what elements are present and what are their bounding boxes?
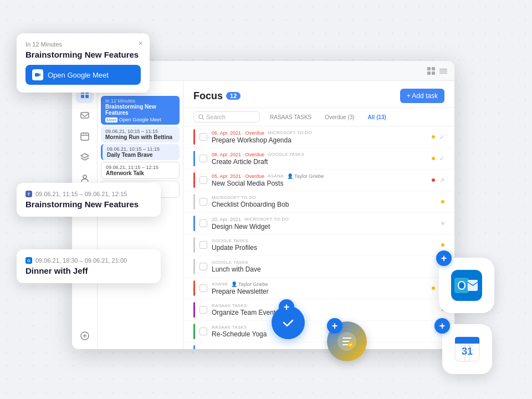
- cal-event-time-4: 09.06.21, 11:15 – 12:15: [106, 165, 175, 170]
- task-checkbox[interactable]: [200, 284, 207, 292]
- cal-event-time-2: 09.06.21, 10:15 – 11:15: [105, 129, 175, 134]
- search-box[interactable]: Search: [193, 111, 260, 122]
- filter-rasaas[interactable]: RASAAS TASKS: [267, 113, 315, 121]
- cal-event-morning-run[interactable]: 09.06.21, 10:15 – 11:15 Morning Run with…: [101, 126, 180, 142]
- task-priority: [432, 157, 435, 160]
- open-meet-button[interactable]: Open Google Meet: [25, 65, 141, 85]
- notification-popup: × In 12 Minutes Brainstorming New Featur…: [17, 33, 150, 93]
- filter-bar: Search RASAAS TASKS Overdue (3) All (13): [183, 108, 454, 126]
- task-row[interactable]: 06. Apr. 2021 · Overdue MICROSOFT TO-DO …: [183, 126, 454, 148]
- gcalendar-integration-icon[interactable]: 31: [442, 324, 492, 374]
- svg-rect-0: [427, 67, 431, 70]
- task-meta: MICROSOFT TO-DO: [212, 195, 437, 200]
- outlook-integration-icon[interactable]: [439, 258, 494, 313]
- cal-event-daily-team[interactable]: 09.06.21, 10:15 – 11:15 Daily Team Brave: [101, 144, 180, 160]
- svg-point-26: [459, 282, 464, 289]
- task-name: Organize Team Event: [212, 309, 437, 316]
- plus-outlook-badge[interactable]: +: [436, 250, 452, 266]
- task-color-bar: [193, 151, 195, 166]
- svg-rect-3: [432, 71, 435, 75]
- task-color-bar: [193, 324, 195, 339]
- plus-tasklist-badge[interactable]: +: [327, 318, 342, 334]
- task-action-icon: ✓: [439, 134, 444, 141]
- cal-event-time-1: In 12 Minutes: [105, 98, 175, 104]
- task-row[interactable]: RASAAS TASKS Re-Schedule Yoga: [183, 321, 454, 342]
- cal-event-title-4: Afterwork Talk: [106, 170, 175, 176]
- task-row[interactable]: GOOGLE TASKS Lunch with Dave: [183, 256, 454, 278]
- svg-rect-9: [81, 95, 84, 98]
- task-name: Update Profiles: [212, 244, 437, 252]
- filter-overdue[interactable]: Overdue (3): [321, 113, 357, 121]
- task-checkbox[interactable]: [200, 133, 207, 141]
- cal-event-title-1: Brainstorming New Features: [105, 104, 175, 116]
- close-icon[interactable]: ×: [139, 39, 143, 48]
- task-row[interactable]: ASANA 👤 Taylor Griebe Prepare Newsletter…: [183, 278, 454, 299]
- event-card-brainstorming[interactable]: T 09.06.21, 11:15 – 09.06.21, 12:15 Brai…: [17, 183, 161, 217]
- svg-rect-6: [439, 73, 447, 74]
- task-checkbox[interactable]: [200, 241, 207, 249]
- task-meta: GOOGLE TASKS: [212, 238, 437, 243]
- task-priority: [432, 287, 435, 290]
- task-name: Prepare Newsletter: [212, 288, 427, 295]
- task-row[interactable]: MICROSOFT TO-DO Checklist Onboarding Bob: [183, 191, 454, 213]
- filter-all[interactable]: All (13): [365, 113, 390, 121]
- task-info: MICROSOFT TO-DO Checklist Onboarding Bob: [212, 195, 437, 208]
- cal-event-brainstorming[interactable]: In 12 Minutes Brainstorming New Features…: [101, 96, 180, 125]
- task-name: Design New Widget: [212, 223, 437, 231]
- task-meta: 05. Apr. 2021 · Overdue ASANA 👤 Taylor G…: [212, 173, 427, 179]
- task-color-bar: [193, 216, 195, 231]
- task-meta: ASANA 👤 Taylor Griebe: [212, 282, 427, 287]
- task-checkbox[interactable]: [200, 306, 207, 314]
- event-card-title-1: Brainstorming New Features: [25, 200, 152, 209]
- task-row[interactable]: 20. Apr. 2021 MICROSOFT TO-DO Design New…: [183, 213, 454, 234]
- task-checkbox[interactable]: [200, 328, 207, 335]
- sidebar-item-calendar[interactable]: [76, 127, 94, 145]
- menu-icon[interactable]: [439, 66, 448, 75]
- task-info: RASAAS TASKS Organize Team Event: [212, 303, 437, 316]
- svg-rect-1: [432, 67, 435, 70]
- task-checkbox[interactable]: [200, 263, 207, 270]
- sidebar-item-layers[interactable]: [76, 149, 94, 166]
- svg-rect-4: [439, 69, 447, 70]
- task-row[interactable]: 05. Apr. 2021 · Overdue ASANA 👤 Taylor G…: [183, 170, 454, 191]
- cal-event-afterwork[interactable]: 09.06.21, 11:15 – 12:15 Afterwork Talk: [101, 162, 180, 179]
- task-meta: 20. Apr. 2021 MICROSOFT TO-DO: [212, 217, 437, 222]
- cal-event-title-3: Daily Team Brave: [107, 152, 175, 158]
- task-row[interactable]: RASAAS TASKS Organize Team Event: [183, 299, 454, 321]
- task-checkbox[interactable]: [200, 198, 207, 206]
- task-name: Lunch with Dave: [212, 265, 437, 273]
- task-info: 20. Apr. 2021 MICROSOFT TO-DO Design New…: [212, 217, 437, 231]
- task-meta: GOOGLE TASKS: [212, 260, 437, 265]
- task-meta: 06. Apr. 2021 · Overdue GOOGLE TASKS: [212, 152, 427, 157]
- task-checkbox[interactable]: [200, 219, 207, 227]
- task-checkbox[interactable]: [200, 176, 207, 184]
- task-meta: 06. Apr. 2021 · Overdue MICROSOFT TO-DO: [212, 130, 427, 136]
- event-card-dinner[interactable]: O 09.06.21, 18:30 – 09.06.21, 21:00 Dinn…: [17, 249, 161, 283]
- task-color-bar: [193, 302, 195, 318]
- grid-icon[interactable]: [427, 66, 436, 75]
- task-row[interactable]: GOOGLE TASKS Update Profiles: [183, 234, 454, 256]
- task-row[interactable]: 06. Apr. 2021 · Overdue GOOGLE TASKS Cre…: [183, 148, 454, 170]
- task-action-icon: ↗: [439, 177, 444, 184]
- notification-time: In 12 Minutes: [25, 41, 141, 48]
- task-info: GOOGLE TASKS Update Profiles: [212, 238, 437, 252]
- task-name: Re-Schedule Yoga: [212, 330, 437, 338]
- task-name: Prepare Workshop Agenda: [212, 136, 427, 144]
- sidebar-item-add[interactable]: [76, 327, 94, 345]
- task-row[interactable]: CLICKUP 👤 Taylor Griebe · Taylor Gr...: [183, 342, 454, 349]
- task-checkbox[interactable]: [200, 155, 207, 162]
- main-content: Focus 12 + Add task Search RASAAS TASKS: [183, 81, 454, 349]
- event-card-date-2: O 09.06.21, 18:30 – 09.06.21, 21:00: [25, 257, 152, 264]
- plus-calendar-badge[interactable]: +: [434, 318, 450, 334]
- notification-title: Brainstorming New Features: [25, 50, 141, 59]
- task-info: RASAAS TASKS Re-Schedule Yoga: [212, 325, 437, 338]
- cal-event-time-3: 09.06.21, 10:15 – 11:15: [107, 146, 175, 152]
- svg-text:31: 31: [462, 346, 473, 357]
- task-priority: [432, 135, 435, 139]
- task-info: 05. Apr. 2021 · Overdue ASANA 👤 Taylor G…: [212, 173, 427, 187]
- task-color-bar: [193, 259, 195, 274]
- svg-point-15: [83, 175, 86, 178]
- plus-check-badge[interactable]: +: [279, 299, 294, 315]
- add-task-button[interactable]: + Add task: [400, 89, 444, 103]
- sidebar-item-mail[interactable]: [76, 106, 94, 124]
